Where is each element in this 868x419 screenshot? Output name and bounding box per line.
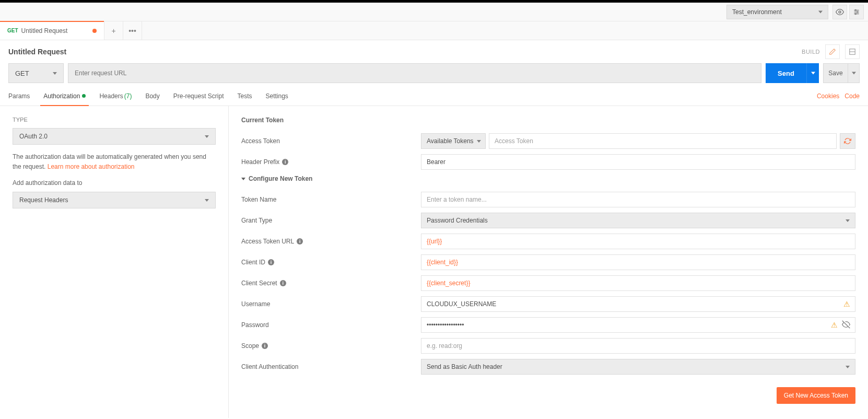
sliders-icon	[853, 8, 860, 16]
row-token-name: Token Name	[241, 192, 855, 207]
url-bar: GET Send Save	[0, 63, 868, 83]
chevron-down-icon	[241, 178, 245, 180]
grant-type-select[interactable]: Password Credentials	[421, 213, 855, 228]
available-tokens-value: Available Tokens	[427, 137, 474, 145]
client-auth-label: Client Authentication	[241, 363, 421, 370]
toggle-visibility-button[interactable]	[842, 320, 850, 330]
current-token-title: Current Token	[241, 117, 855, 124]
client-secret-input[interactable]	[421, 275, 855, 291]
pane-toggle-button[interactable]	[845, 44, 860, 59]
svg-point-0	[839, 11, 841, 13]
token-name-label: Token Name	[241, 196, 421, 203]
headers-count: (7)	[124, 92, 132, 100]
access-token-field: Available Tokens	[421, 133, 855, 149]
request-subtabs: Params Authorization Headers (7) Body Pr…	[0, 86, 868, 106]
tab-settings[interactable]: Settings	[266, 86, 288, 106]
row-access-token: Access Token Available Tokens	[241, 133, 855, 149]
row-client-id: Client ID i	[241, 254, 855, 270]
row-scope: Scope i	[241, 338, 855, 354]
tab-headers[interactable]: Headers (7)	[99, 86, 132, 106]
tab-prerequest[interactable]: Pre-request Script	[173, 86, 224, 106]
subtabs-right: Cookies Code	[817, 92, 860, 100]
access-token-label: Access Token	[241, 137, 421, 145]
send-button[interactable]: Send	[766, 63, 806, 83]
title-actions: BUILD	[802, 44, 860, 59]
footer: Get New Access Token	[241, 380, 855, 406]
info-icon: i	[297, 238, 303, 245]
tab-headers-label: Headers	[99, 92, 123, 100]
request-title: Untitled Request	[8, 48, 66, 56]
code-link[interactable]: Code	[844, 92, 860, 100]
auth-active-icon	[82, 94, 86, 98]
tab-tests[interactable]: Tests	[237, 86, 252, 106]
content: TYPE OAuth 2.0 The authorization data wi…	[0, 106, 868, 418]
pane-icon	[849, 48, 856, 55]
password-label: Password	[241, 321, 421, 329]
access-token-url-label: Access Token URL i	[241, 238, 421, 245]
auth-help-text: The authorization data will be automatic…	[13, 152, 216, 172]
eye-off-icon	[842, 320, 850, 329]
build-label: BUILD	[802, 49, 820, 55]
username-input[interactable]	[421, 296, 855, 312]
tabs-bar: GET Untitled Request + •••	[0, 21, 868, 40]
tab-options-button[interactable]: •••	[123, 21, 142, 40]
unsaved-indicator-icon	[92, 29, 97, 33]
access-token-input[interactable]	[489, 133, 837, 149]
comments-button[interactable]	[825, 44, 840, 59]
add-auth-to-select[interactable]: Request Headers	[13, 192, 216, 208]
header-prefix-label: Header Prefix i	[241, 158, 421, 166]
title-bar: Untitled Request BUILD	[0, 40, 868, 63]
client-secret-label: Client Secret i	[241, 280, 421, 287]
save-options-button[interactable]	[848, 63, 860, 83]
client-id-text: Client ID	[241, 259, 265, 266]
info-icon: i	[268, 259, 274, 265]
header-prefix-field	[421, 154, 855, 170]
auth-sidebar: TYPE OAuth 2.0 The authorization data wi…	[0, 106, 229, 418]
client-id-input[interactable]	[421, 254, 855, 270]
learn-more-link[interactable]: Learn more about authorization	[48, 163, 135, 170]
token-name-input[interactable]	[421, 192, 855, 207]
row-header-prefix: Header Prefix i	[241, 154, 855, 170]
available-tokens-select[interactable]: Available Tokens	[421, 133, 486, 149]
env-quicklook-button[interactable]	[832, 5, 847, 19]
warning-icon: ⚠	[843, 300, 850, 308]
http-method-select[interactable]: GET	[8, 63, 64, 83]
info-icon: i	[282, 159, 288, 165]
environment-value: Test_environment	[732, 8, 782, 16]
access-token-url-text: Access Token URL	[241, 238, 294, 245]
client-id-label: Client ID i	[241, 259, 421, 266]
svg-point-6	[855, 13, 856, 14]
tab-body[interactable]: Body	[145, 86, 159, 106]
http-method-value: GET	[15, 69, 29, 77]
url-input[interactable]	[68, 63, 761, 83]
scope-label: Scope i	[241, 342, 421, 350]
new-tab-button[interactable]: +	[104, 21, 123, 40]
refresh-token-button[interactable]	[840, 133, 855, 149]
client-auth-select[interactable]: Send as Basic Auth header	[421, 359, 855, 375]
settings-button[interactable]	[849, 5, 864, 19]
refresh-icon	[844, 137, 851, 145]
auth-type-select[interactable]: OAuth 2.0	[13, 128, 216, 145]
username-label: Username	[241, 300, 421, 308]
tab-params[interactable]: Params	[8, 86, 30, 106]
get-new-access-token-button[interactable]: Get New Access Token	[777, 387, 855, 404]
header-prefix-text: Header Prefix	[241, 158, 279, 166]
grant-type-label: Grant Type	[241, 217, 421, 224]
svg-point-4	[855, 9, 856, 10]
send-options-button[interactable]	[806, 63, 819, 83]
request-tab[interactable]: GET Untitled Request	[0, 21, 104, 40]
info-icon: i	[262, 343, 268, 349]
save-button[interactable]: Save	[823, 63, 848, 83]
cookies-link[interactable]: Cookies	[817, 92, 839, 100]
row-client-secret: Client Secret i	[241, 275, 855, 291]
header-prefix-input[interactable]	[421, 154, 855, 170]
environment-select[interactable]: Test_environment	[726, 5, 828, 19]
client-secret-text: Client Secret	[241, 280, 277, 287]
scope-input[interactable]	[421, 338, 855, 354]
tab-authorization[interactable]: Authorization	[43, 86, 86, 106]
configure-new-token-toggle[interactable]: Configure New Token	[241, 175, 855, 182]
access-token-url-input[interactable]	[421, 234, 855, 249]
type-label: TYPE	[13, 117, 216, 123]
password-input[interactable]	[421, 317, 855, 333]
eye-icon	[836, 8, 844, 16]
